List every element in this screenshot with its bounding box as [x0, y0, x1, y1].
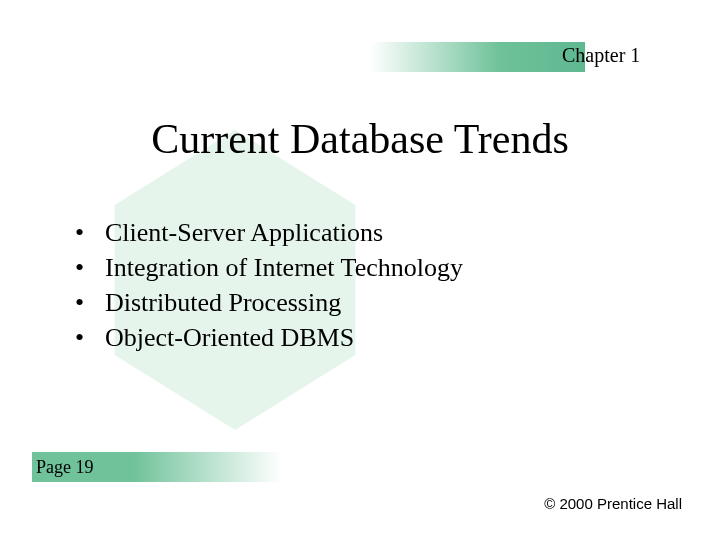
bullet-dot-icon: • [75, 285, 105, 320]
bullet-list: • Client-Server Applications • Integrati… [75, 215, 463, 355]
list-item: • Distributed Processing [75, 285, 463, 320]
bullet-dot-icon: • [75, 320, 105, 355]
chapter-label: Chapter 1 [562, 44, 640, 67]
chapter-gradient-bar [370, 42, 585, 72]
list-item: • Object-Oriented DBMS [75, 320, 463, 355]
page-number-label: Page 19 [36, 457, 94, 478]
bullet-dot-icon: • [75, 215, 105, 250]
bullet-dot-icon: • [75, 250, 105, 285]
list-item: • Client-Server Applications [75, 215, 463, 250]
slide-title: Current Database Trends [0, 115, 720, 163]
bullet-text: Client-Server Applications [105, 215, 383, 250]
bullet-text: Integration of Internet Technology [105, 250, 463, 285]
copyright-notice: © 2000 Prentice Hall [544, 495, 682, 512]
list-item: • Integration of Internet Technology [75, 250, 463, 285]
bullet-text: Object-Oriented DBMS [105, 320, 354, 355]
bullet-text: Distributed Processing [105, 285, 341, 320]
